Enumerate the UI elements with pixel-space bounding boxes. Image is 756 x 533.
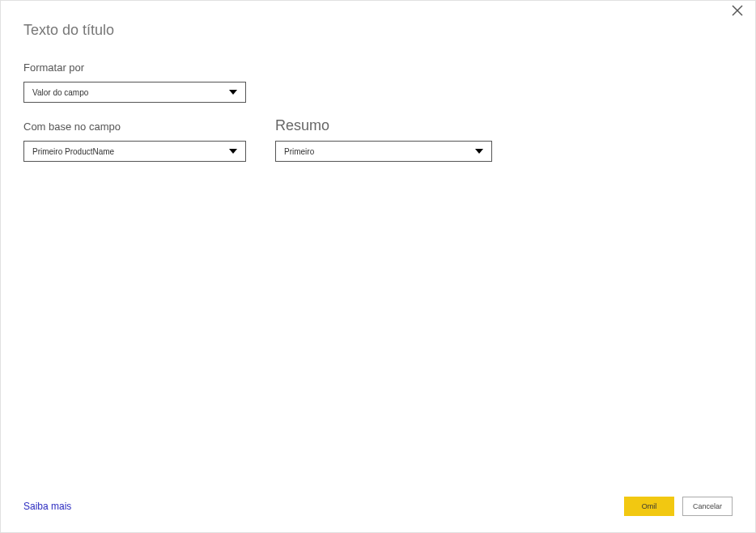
summary-select[interactable]: Primeiro [275,141,492,162]
conditional-format-dialog: Texto do título Formatar por Valor do ca… [0,0,756,533]
close-icon [732,5,743,16]
row-format-by: Formatar por Valor do campo [23,61,733,103]
summary-value: Primeiro [284,147,475,156]
learn-more-link[interactable]: Saiba mais [23,501,71,512]
dialog-title: Texto do título [23,22,733,39]
dialog-footer: Saiba mais Omil Cancelar [23,490,733,516]
group-summary: Resumo Primeiro [275,117,492,162]
chevron-down-icon [229,88,237,96]
chevron-down-icon [229,147,237,155]
spacer [23,176,733,490]
group-based-on-field: Com base no campo Primeiro ProductName [23,121,246,162]
based-on-field-select[interactable]: Primeiro ProductName [23,141,246,162]
ok-button[interactable]: Omil [624,497,674,516]
format-by-value: Valor do campo [32,88,229,97]
based-on-field-label: Com base no campo [23,121,246,133]
close-button[interactable] [729,4,745,20]
format-by-label: Formatar por [23,61,246,74]
summary-label: Resumo [275,117,492,134]
cancel-button[interactable]: Cancelar [682,497,733,516]
chevron-down-icon [475,147,483,155]
group-format-by: Formatar por Valor do campo [23,61,246,103]
footer-actions: Omil Cancelar [624,497,733,516]
based-on-field-value: Primeiro ProductName [32,147,229,156]
format-by-select[interactable]: Valor do campo [23,82,246,103]
row-field-summary: Com base no campo Primeiro ProductName R… [23,117,733,162]
